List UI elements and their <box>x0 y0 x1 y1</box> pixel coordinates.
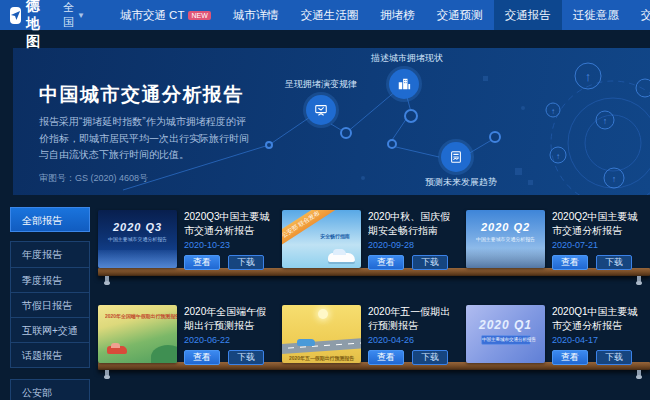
amap-logo-icon <box>10 7 21 24</box>
feature-label: 预测未来发展趋势 <box>425 176 487 189</box>
report-date: 2020-09-28 <box>368 240 460 250</box>
traffic-report-page: 高德地图 全国 ▼ 城市交通 CT NEW 城市详情 交通生活圈 拥堵榜 交通预… <box>0 0 650 400</box>
report-thumbnail[interactable]: 2020 Q1 中国主要城市交通分析报告 <box>466 305 545 363</box>
report-title[interactable]: 2020中秋、国庆假期安全畅行指南 <box>368 210 460 239</box>
buildings-icon <box>389 69 419 99</box>
download-button[interactable]: 下载 <box>228 255 264 270</box>
sidebar-item-all-reports[interactable]: 全部报告 <box>10 207 90 232</box>
thumbnail-chip: 中国主要城市交通分析报告 <box>481 335 531 345</box>
hill-illustration <box>151 345 177 363</box>
report-title[interactable]: 2020年全国端午假期出行预测报告 <box>184 305 276 334</box>
nav-item-congestion-rank[interactable]: 拥堵榜 <box>369 0 426 30</box>
download-button[interactable]: 下载 <box>228 350 264 365</box>
download-button[interactable]: 下载 <box>412 255 448 270</box>
car-illustration <box>328 253 355 262</box>
sidebar-item-holiday-reports[interactable]: 节假日报告 <box>11 292 89 317</box>
svg-text:↑: ↑ <box>551 107 555 116</box>
feature-label: 描述城市拥堵现状 <box>371 52 437 65</box>
view-button[interactable]: 查看 <box>552 255 588 270</box>
chevron-down-icon: ▼ <box>77 11 85 20</box>
report-title[interactable]: 2020Q2中国主要城市交通分析报告 <box>552 210 644 239</box>
report-row-1: 2020 Q3 中国主要城市交通分析报告 2020Q3中国主要城市交通分析报告 … <box>98 210 650 270</box>
amap-logo[interactable]: 高德地图 <box>10 0 47 51</box>
sidebar-item-quarterly-reports[interactable]: 季度报告 <box>11 267 89 292</box>
nav-item-traffic-life-circle[interactable]: 交通生活圈 <box>290 0 370 30</box>
shelf-hook-right <box>637 370 641 377</box>
sidebar-item-internet-traffic[interactable]: 互联网+交通 <box>11 317 89 342</box>
nav-menu: 城市交通 CT NEW 城市详情 交通生活圈 拥堵榜 交通预测 交通报告 迁徙意… <box>109 0 650 30</box>
feature-future-trend: 预测未来发展趋势 <box>425 142 487 189</box>
feature-congestion-status: 描述城市拥堵现状 <box>371 52 437 103</box>
sun-illustration <box>318 309 328 319</box>
report-title[interactable]: 2020Q1中国主要城市交通分析报告 <box>552 305 644 334</box>
svg-text:↑: ↑ <box>585 69 592 84</box>
view-button[interactable]: 查看 <box>184 255 220 270</box>
report-date: 2020-10-23 <box>184 240 276 250</box>
banner-title: 中国城市交通分析报告 <box>39 82 244 108</box>
hero-banner: ↑ ↑ ↑ ↑ ↑ 中国城市交通分析报告 报告采用“拥堵延时指数”作为城市拥堵程… <box>13 48 650 195</box>
report-thumbnail[interactable]: 2020年五一假期出行预测报告 <box>282 305 361 363</box>
report-thumbnail[interactable]: 2020 Q3 中国主要城市交通分析报告 <box>98 210 177 268</box>
new-badge: NEW <box>188 11 210 20</box>
svg-text:↑: ↑ <box>612 174 617 184</box>
sidebar-item-annual-reports[interactable]: 年度报告 <box>11 242 89 267</box>
map-approval-number: 审图号：GS (2020) 4608号 <box>39 172 148 185</box>
ribbon-label: 公安部 联合发布 <box>282 210 341 253</box>
sidebar-group-report-types: 年度报告 季度报告 节假日报告 互联网+交通 话题报告 <box>10 241 90 368</box>
car-illustration <box>297 339 315 346</box>
report-date: 2020-07-21 <box>552 240 644 250</box>
trend-report-icon <box>441 142 471 172</box>
report-title[interactable]: 2020年五一假期出行预测报告 <box>368 305 460 334</box>
report-card-mayday: 2020年五一假期出行预测报告 2020年五一假期出行预测报告 2020-04-… <box>282 305 466 365</box>
car-illustration <box>107 346 127 354</box>
nav-item-city-traffic-ct[interactable]: 城市交通 CT NEW <box>109 0 222 30</box>
report-thumbnail[interactable]: 2020 Q2 中国主要城市交通分析报告 <box>466 210 545 268</box>
road-illustration <box>282 338 361 355</box>
nav-item-city-detail[interactable]: 城市详情 <box>222 0 290 30</box>
top-navbar: 高德地图 全国 ▼ 城市交通 CT NEW 城市详情 交通生活圈 拥堵榜 交通预… <box>0 0 650 30</box>
sidebar-item-topic-reports[interactable]: 话题报告 <box>11 342 89 367</box>
report-title[interactable]: 2020Q3中国主要城市交通分析报告 <box>184 210 276 239</box>
nav-item-traffic-report[interactable]: 交通报告 <box>494 0 562 30</box>
view-button[interactable]: 查看 <box>368 350 404 365</box>
report-card-2020q1: 2020 Q1 中国主要城市交通分析报告 2020Q1中国主要城市交通分析报告 … <box>466 305 650 365</box>
report-date: 2020-06-22 <box>184 335 276 345</box>
report-thumbnail[interactable]: 2020年全国端午假期出行预测报告 <box>98 305 177 363</box>
report-date: 2020-04-26 <box>368 335 460 345</box>
banner-description: 报告采用“拥堵延时指数”作为城市拥堵程度的评价指标，即城市居民平均一次出行实际旅… <box>39 114 255 164</box>
amap-logo-text: 高德地图 <box>26 0 47 51</box>
nav-item-migration-willingness[interactable]: 迁徙意愿 <box>562 0 630 30</box>
nav-item-traffic-safety[interactable]: 交通安全 <box>630 0 650 30</box>
svg-text:↑: ↑ <box>556 152 560 161</box>
feature-congestion-evolution: 呈现拥堵演变规律 <box>285 78 357 129</box>
view-button[interactable]: 查看 <box>368 255 404 270</box>
nav-item-traffic-forecast[interactable]: 交通预测 <box>426 0 494 30</box>
sidebar-group-ministries: 公安部 交通运输部 <box>10 379 90 400</box>
report-card-2020q2: 2020 Q2 中国主要城市交通分析报告 2020Q2中国主要城市交通分析报告 … <box>466 210 650 270</box>
presentation-icon <box>306 95 336 125</box>
download-button[interactable]: 下载 <box>596 255 632 270</box>
download-button[interactable]: 下载 <box>412 350 448 365</box>
report-date: 2020-04-17 <box>552 335 644 345</box>
report-card-dragonboat: 2020年全国端午假期出行预测报告 2020年全国端午假期出行预测报告 2020… <box>98 305 282 365</box>
region-selector[interactable]: 全国 ▼ <box>63 0 85 30</box>
report-card-2020q3: 2020 Q3 中国主要城市交通分析报告 2020Q3中国主要城市交通分析报告 … <box>98 210 282 270</box>
feature-label: 呈现拥堵演变规律 <box>285 78 357 91</box>
view-button[interactable]: 查看 <box>552 350 588 365</box>
shelf-hook-left <box>105 370 109 377</box>
shelf-hook-right <box>637 276 641 283</box>
report-thumbnail[interactable]: 公安部 联合发布 安全畅行指南 <box>282 210 361 268</box>
download-button[interactable]: 下载 <box>596 350 632 365</box>
svg-text:↑: ↑ <box>603 116 608 126</box>
report-row-2: 2020年全国端午假期出行预测报告 2020年全国端午假期出行预测报告 2020… <box>98 305 650 365</box>
category-sidebar: 全部报告 年度报告 季度报告 节假日报告 互联网+交通 话题报告 公安部 交通运… <box>10 207 90 400</box>
sidebar-item-ministry-public-security[interactable]: 公安部 <box>11 380 89 400</box>
report-card-holiday-guide: 公安部 联合发布 安全畅行指南 2020中秋、国庆假期安全畅行指南 2020-0… <box>282 210 466 270</box>
region-label: 全国 <box>63 0 74 30</box>
view-button[interactable]: 查看 <box>184 350 220 365</box>
shelf-hook-left <box>105 276 109 283</box>
